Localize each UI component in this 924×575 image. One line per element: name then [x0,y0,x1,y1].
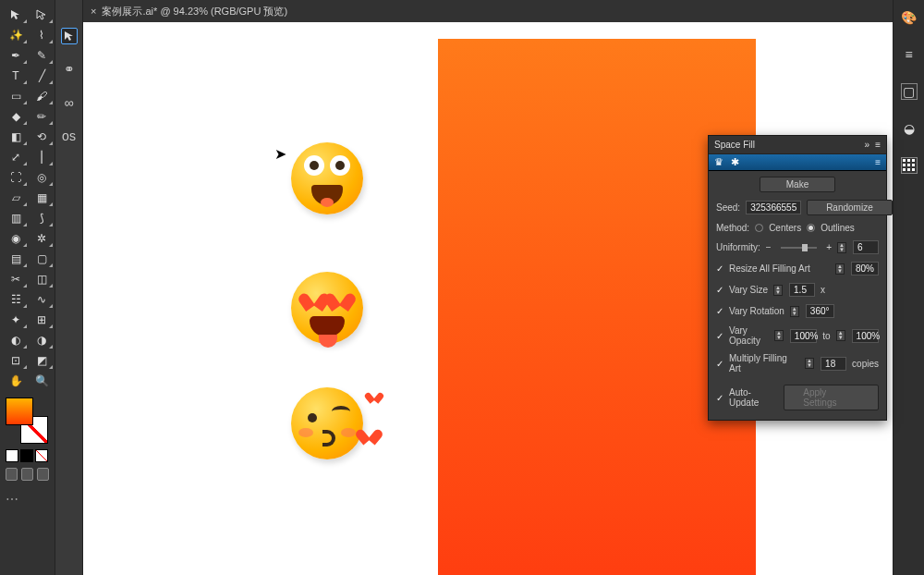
vary-rotation-stepper[interactable]: ▲▼ [790,306,799,317]
draw-normal[interactable] [6,468,18,481]
misc-tool-3[interactable]: ◑ [30,331,54,349]
width-tool[interactable]: ⎮ [30,148,54,166]
pen-tool[interactable]: ✒ [4,46,28,65]
free-transform-tool[interactable]: ⛶ [4,168,28,187]
vary-rotation-input[interactable]: 360° [806,304,834,318]
method-outlines-radio[interactable] [807,224,815,232]
multiply-input[interactable]: 18 [821,357,846,371]
panel-header[interactable]: Space Fill » ≡ [709,136,886,154]
vary-size-suffix: x [821,285,825,295]
column-graph-tool[interactable]: ▤ [4,250,28,268]
misc-tool-4[interactable]: ⊡ [4,351,28,370]
vary-opacity-from-stepper[interactable]: ▲▼ [774,330,784,341]
eye-left-icon [304,155,324,176]
strip-link-icon[interactable]: ⚭ [61,61,78,78]
shaper-tool[interactable]: ◆ [4,107,28,126]
resize-input[interactable]: 80% [851,262,879,275]
curve-tool[interactable]: ∿ [30,290,54,309]
fill-stroke-swatch[interactable] [4,398,50,444]
fill-swatch[interactable] [6,398,33,425]
vary-rotation-checkbox[interactable]: ✓ [716,306,723,316]
gradient-tool[interactable]: ▥ [4,209,28,227]
slice-tool[interactable]: ✂ [4,270,28,288]
strip-selection-icon[interactable] [61,28,78,44]
uniformity-input[interactable]: 6 [853,240,879,254]
vary-size-stepper[interactable]: ▲▼ [773,285,783,296]
multiply-label: Multiply Filling Art [729,353,799,373]
misc-tool-1[interactable]: ⊞ [30,311,54,329]
line-tool[interactable]: ╱ [30,67,54,85]
mesh-tool[interactable]: ▦ [30,189,54,207]
method-centers-radio[interactable] [755,224,763,232]
perspective-tool[interactable]: ▱ [4,189,28,207]
spray-tool[interactable]: ✦ [4,311,28,329]
panel-menu-icon[interactable]: ≡ [875,140,881,150]
emoji-heart-eyes[interactable] [291,272,363,344]
paintbrush-tool[interactable]: 🖌 [30,87,54,105]
multiply-stepper[interactable]: ▲▼ [805,358,814,369]
lasso-tool[interactable]: ⌇ [30,26,54,44]
shape-builder-tool[interactable]: ◎ [30,168,54,187]
vary-size-input[interactable]: 1.5 [789,283,815,297]
uniformity-slider[interactable] [781,247,818,249]
make-button[interactable]: Make [760,177,835,192]
properties-panel-icon[interactable]: 🎨 [901,9,918,26]
strip-os-icon[interactable]: os [61,128,78,144]
eraser-tool[interactable]: ◧ [4,128,28,146]
rotate-tool[interactable]: ⟲ [30,128,54,146]
resize-label: Resize All Filling Art [729,263,810,274]
type-tool[interactable]: T [4,67,28,85]
color-mode-solid[interactable] [6,449,18,462]
blend-tool[interactable]: ◉ [4,229,28,248]
vary-size-checkbox[interactable]: ✓ [716,285,723,295]
resize-stepper[interactable]: ▲▼ [835,263,845,275]
vary-opacity-from-input[interactable]: 100% [790,329,817,343]
strip-loop-icon[interactable]: ∞ [61,94,78,111]
vary-opacity-checkbox[interactable]: ✓ [716,331,723,341]
symbol-sprayer-tool[interactable]: ✲ [30,229,54,248]
scale-tool[interactable]: ⤢ [4,148,28,166]
draw-inside[interactable] [37,468,49,481]
appearance-panel-icon[interactable]: ◒ [901,120,918,137]
menu-icon[interactable]: ≡ [901,46,918,63]
seed-input[interactable]: 325366555 [746,201,801,214]
multiply-checkbox[interactable]: ✓ [716,359,723,369]
selection-tool[interactable] [4,6,28,24]
vary-opacity-to-stepper[interactable]: ▲▼ [836,330,845,341]
crown-icon[interactable]: ♛ [714,156,723,168]
left-toolbar: ✨ ⌇ ✒ ✎ T ╱ ▭ 🖌 ◆ ✏ ◧ ⟲ ⤢ ⎮ ⛶ ◎ ▱ ▦ ▥ ⟆ … [0,0,55,575]
spacefill-panel-icon[interactable] [901,157,918,174]
gear-icon[interactable]: ✱ [731,156,739,168]
direct-selection-tool[interactable] [30,6,54,24]
blush-right-icon [341,428,356,437]
emoji-kiss[interactable] [291,387,363,459]
anchor-tool[interactable]: ◫ [30,270,54,288]
vary-opacity-to-input[interactable]: 100% [852,329,879,343]
color-mode-black[interactable] [20,449,33,462]
curvature-tool[interactable]: ✎ [30,46,54,65]
misc-tool-2[interactable]: ◐ [4,331,28,349]
tab-menu-icon[interactable]: ≡ [875,157,881,167]
apply-settings-button[interactable]: Apply Settings [784,385,879,410]
hand-tool[interactable]: ✋ [4,372,28,390]
rectangle-tool[interactable]: ▭ [4,87,28,105]
draw-behind[interactable] [21,468,33,481]
color-mode-none[interactable] [35,449,48,462]
eye-right-icon [330,155,350,176]
magic-wand-tool[interactable]: ✨ [4,26,28,44]
misc-tool-5[interactable]: ◩ [30,351,54,370]
emoji-surprised[interactable] [291,142,363,214]
column-graph2-tool[interactable]: ☷ [4,290,28,309]
auto-update-checkbox[interactable]: ✓ [716,393,723,403]
artboard-tool[interactable]: ▢ [30,250,54,268]
libraries-panel-icon[interactable]: ▢ [901,83,918,100]
screen-mode[interactable]: ⋯ [0,486,55,512]
eyedropper-tool[interactable]: ⟆ [30,209,54,227]
pencil-tool[interactable]: ✏ [30,107,54,126]
uniformity-stepper[interactable]: ▲▼ [837,242,846,253]
randomize-button[interactable]: Randomize [807,200,893,215]
collapse-icon[interactable]: » [865,140,870,150]
close-tab-icon[interactable]: × [91,6,96,17]
zoom-tool[interactable]: 🔍 [30,372,54,390]
resize-checkbox[interactable]: ✓ [716,263,723,274]
